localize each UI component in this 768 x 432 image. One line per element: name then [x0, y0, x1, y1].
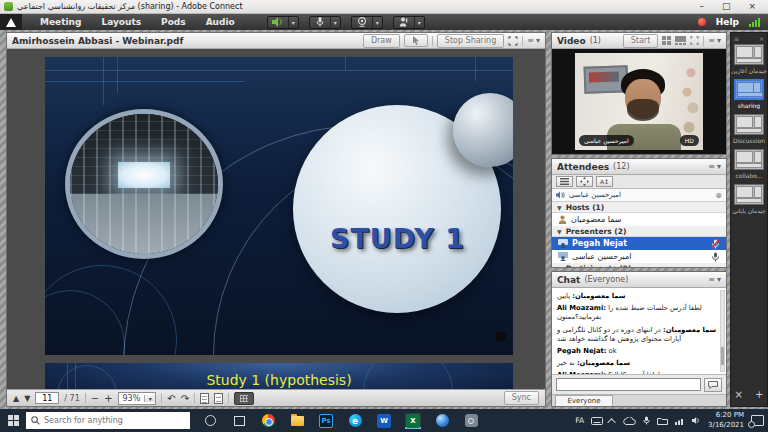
attendee-status-view-button[interactable]: A↕ — [596, 176, 613, 187]
zoom-in-icon[interactable]: + — [104, 391, 112, 406]
chat-tab-everyone[interactable]: Everyone — [555, 395, 613, 406]
layout-item-closing[interactable]: چیدمان پایانی — [732, 184, 766, 214]
minimize-icon[interactable]: – — [699, 0, 704, 13]
attendee-row-host[interactable]: سما معصومیان — [552, 213, 726, 226]
grid-view-icon[interactable] — [662, 36, 671, 45]
status-button[interactable]: ▾ — [393, 16, 425, 29]
volume-icon[interactable] — [692, 416, 701, 425]
sync-button[interactable]: Sync — [504, 391, 539, 405]
tray-folder-icon[interactable] — [657, 417, 668, 425]
tray-overflow-icon[interactable] — [607, 418, 615, 426]
pointer-button[interactable] — [404, 34, 428, 47]
cortana-icon[interactable] — [202, 413, 218, 429]
excel-icon-active[interactable]: X — [405, 413, 421, 429]
stop-sharing-button[interactable]: Stop Sharing — [437, 34, 504, 48]
page-down-icon[interactable]: ▼ — [24, 391, 30, 406]
layout-thumbnail[interactable] — [734, 79, 764, 100]
zoom-dropdown-icon[interactable]: ▾ — [144, 395, 155, 402]
filmstrip-view-icon[interactable] — [675, 36, 686, 45]
collapse-icon[interactable]: ▼ — [557, 204, 562, 211]
attendees-pod-menu-icon[interactable]: ≡▾ — [708, 162, 721, 171]
page-number-input[interactable] — [35, 392, 59, 404]
adobe-logo-icon[interactable] — [0, 14, 22, 30]
settings-app-icon[interactable] — [463, 413, 479, 429]
attendee-row-presenter[interactable]: امیرحسین عباسی — [552, 250, 726, 263]
thumbnail-view-button[interactable] — [234, 392, 254, 405]
chat-scrollbar-thumb[interactable] — [721, 347, 724, 365]
collapse-icon[interactable]: ▼ — [557, 265, 562, 269]
fit-page-icon[interactable] — [200, 393, 209, 404]
close-icon[interactable]: × — [748, 0, 756, 13]
layout-thumbnail[interactable] — [734, 184, 764, 205]
layout-thumbnail[interactable] — [734, 114, 764, 135]
onedrive-cloud-icon[interactable] — [623, 417, 636, 425]
chat-message-list[interactable]: سما معصومیان: پایین Ali Moazami: لطفا آد… — [552, 288, 726, 375]
video-fullscreen-icon[interactable] — [690, 36, 699, 45]
menu-meeting[interactable]: Meeting — [30, 14, 91, 30]
menu-pods[interactable]: Pods — [151, 14, 196, 30]
layout-item-collaboration[interactable]: collabo... — [734, 149, 764, 179]
group-presenters[interactable]: ▼ Presenters (2) — [552, 226, 726, 237]
language-indicator[interactable]: FA — [575, 416, 584, 425]
file-explorer-icon[interactable] — [289, 413, 305, 429]
chat-scrollbar[interactable] — [720, 290, 725, 372]
layout-item-discussion[interactable]: Discussion — [733, 114, 765, 144]
page-up-icon[interactable]: ▲ — [13, 391, 19, 406]
speaker-button[interactable]: ▾ — [267, 16, 299, 29]
group-participants[interactable]: ▼ Participants (9) — [552, 263, 726, 268]
layout-item-opening[interactable]: چیدمان آغازین — [731, 44, 767, 74]
collapse-icon[interactable]: ▼ — [557, 228, 562, 235]
taskbar-clock[interactable]: 6:20 PM 3/16/2021 — [708, 411, 744, 429]
chat-input[interactable] — [556, 378, 701, 391]
recording-indicator-icon[interactable] — [698, 18, 706, 26]
chat-pod-menu-icon[interactable]: ≡▾ — [708, 275, 721, 284]
send-message-button[interactable] — [704, 378, 722, 392]
adobe-connect-app-icon[interactable] — [434, 413, 450, 429]
layouts-panel-close-icon[interactable]: × — [759, 35, 764, 42]
delete-layout-icon[interactable]: × — [735, 389, 743, 400]
search-input[interactable] — [44, 416, 164, 425]
menu-layouts[interactable]: Layouts — [91, 14, 151, 30]
chrome-icon[interactable] — [260, 413, 276, 429]
keyboard-icon[interactable] — [591, 417, 603, 425]
microphone-dropdown-icon[interactable]: ▾ — [330, 17, 340, 28]
fit-width-icon[interactable] — [214, 393, 223, 404]
attendee-row-presenter-selected[interactable]: Pegah Nejat — [552, 237, 726, 250]
share-document-viewport[interactable]: STUDY 1 Study 1 (hypothesis) — [7, 49, 545, 389]
webcam-feed[interactable]: امیرحسین عباسی HD — [575, 53, 703, 150]
word-icon[interactable]: W — [376, 413, 392, 429]
layout-thumbnail[interactable] — [734, 149, 764, 170]
speaker-dropdown-icon[interactable]: ▾ — [288, 17, 298, 28]
rotate-left-icon[interactable]: ↶ — [167, 391, 175, 406]
start-button[interactable] — [0, 409, 26, 432]
share-fullscreen-icon[interactable] — [508, 36, 518, 46]
task-view-icon[interactable] — [231, 413, 247, 429]
attendee-breakout-view-button[interactable] — [576, 176, 593, 187]
dismiss-speaker-icon[interactable]: ⊗ — [715, 191, 722, 200]
zoom-out-icon[interactable]: − — [91, 391, 99, 406]
share-pod-menu-icon[interactable]: ≡▾ — [527, 36, 540, 45]
attendee-list-view-button[interactable] — [556, 176, 573, 187]
help-menu[interactable]: Help — [716, 17, 739, 27]
status-dropdown-icon[interactable]: ▾ — [414, 17, 424, 28]
action-center-icon[interactable] — [751, 415, 764, 426]
menu-audio[interactable]: Audio — [196, 14, 245, 30]
draw-button[interactable]: Draw — [363, 34, 400, 48]
layout-thumbnail[interactable] — [734, 44, 764, 65]
photoshop-icon[interactable]: Ps — [318, 413, 334, 429]
tray-mic-icon[interactable] — [643, 416, 650, 425]
connection-signal-icon[interactable] — [749, 17, 760, 27]
start-webcam-button[interactable]: Start — [623, 34, 659, 48]
webcam-dropdown-icon[interactable]: ▾ — [372, 17, 382, 28]
network-icon[interactable] — [675, 417, 685, 425]
layout-item-sharing-selected[interactable]: sharing — [734, 79, 764, 109]
taskbar-search[interactable] — [26, 412, 190, 429]
edge-icon[interactable]: e — [347, 413, 363, 429]
maximize-icon[interactable]: □ — [722, 0, 731, 13]
layouts-panel-menu-icon[interactable]: ≡ — [734, 35, 739, 42]
webcam-button[interactable]: ▾ — [351, 16, 383, 29]
microphone-button[interactable]: ▾ — [309, 16, 341, 29]
group-hosts[interactable]: ▼ Hosts (1) — [552, 202, 726, 213]
rotate-right-icon[interactable]: ↷ — [181, 391, 189, 406]
zoom-level-select[interactable]: 93% ▾ — [118, 392, 157, 405]
